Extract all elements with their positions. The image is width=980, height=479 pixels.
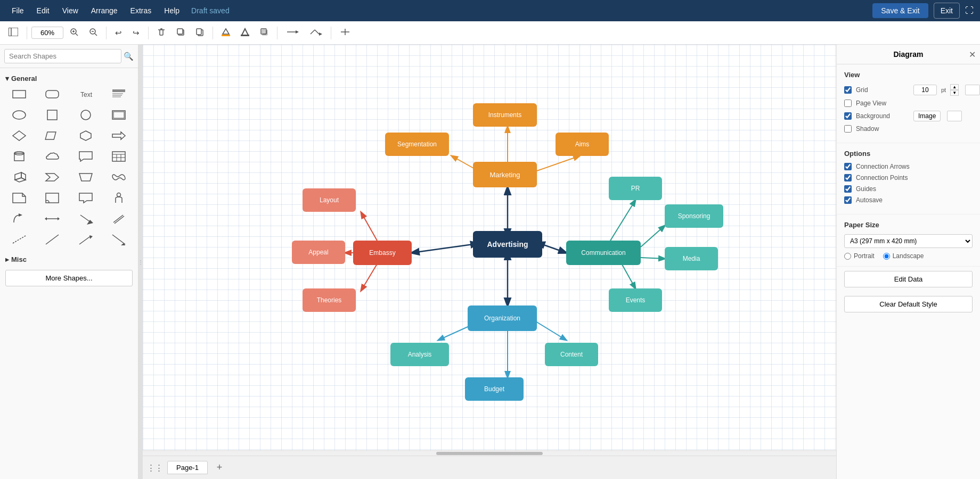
shape-double-arrow[interactable] (37, 209, 69, 228)
grid-checkbox[interactable] (844, 86, 852, 94)
delete-button[interactable] (153, 25, 170, 40)
diagram-node-aims[interactable]: Aims (556, 133, 609, 156)
edit-data-button[interactable]: Edit Data (844, 271, 973, 287)
menu-view[interactable]: View (57, 4, 84, 17)
shape-comment[interactable] (70, 147, 102, 166)
shape-parallelogram[interactable] (37, 126, 69, 145)
shape-cylinder[interactable] (3, 147, 35, 166)
paper-size-select[interactable]: A3 (297 mm x 420 mm) A4 (210 mm x 297 mm… (844, 234, 973, 248)
add-page-button[interactable]: + (212, 460, 227, 475)
shape-line[interactable] (37, 230, 69, 249)
shape-diamond[interactable] (3, 126, 35, 145)
portrait-radio[interactable] (844, 253, 851, 260)
exit-button[interactable]: Exit (934, 3, 960, 19)
diagram-node-marketing[interactable]: Marketing (473, 162, 537, 187)
shape-folded-note[interactable] (37, 188, 69, 208)
grid-value-input[interactable]: 10 (913, 85, 937, 95)
diagram-node-embassy[interactable]: Embassy (353, 241, 412, 265)
shape-diagonal-arrow[interactable] (70, 209, 102, 228)
diagram-node-layout[interactable]: Layout (303, 188, 356, 212)
diagram-node-content[interactable]: Content (545, 343, 598, 366)
shape-circle[interactable] (70, 105, 102, 125)
copy-button[interactable] (172, 25, 189, 40)
stroke-color-button[interactable] (236, 25, 254, 40)
pageview-checkbox[interactable] (844, 100, 852, 107)
shape-speech-bubble[interactable] (70, 188, 102, 208)
menu-edit[interactable]: Edit (31, 4, 55, 17)
shape-ellipse[interactable] (3, 105, 35, 125)
zoom-level[interactable]: 60% (31, 27, 63, 39)
scrollbar-thumb[interactable] (436, 452, 543, 455)
landscape-radio[interactable] (883, 253, 890, 260)
waypoint-button[interactable] (305, 25, 326, 40)
background-image-button[interactable]: Image (913, 111, 941, 121)
grid-spin-up[interactable]: ▲ (950, 84, 959, 90)
shape-arrow-diagonal2[interactable] (103, 230, 135, 249)
diagram-node-theories[interactable]: Theories (303, 288, 356, 312)
diagram-node-appeal[interactable]: Appeal (292, 241, 345, 264)
horizontal-scrollbar[interactable] (143, 450, 836, 456)
connection-button[interactable] (282, 25, 303, 40)
shape-heading[interactable] (103, 85, 135, 104)
shape-arrow[interactable] (103, 126, 135, 145)
landscape-option[interactable]: Landscape (883, 252, 924, 260)
diagram-node-instruments[interactable]: Instruments (473, 103, 537, 127)
diagram-node-sponsoring[interactable]: Sponsoring (665, 204, 723, 228)
guides-checkbox[interactable] (844, 185, 852, 193)
shape-wave[interactable] (103, 168, 135, 187)
canvas[interactable]: AdvertisingMarketingInstrumentsSegmentat… (143, 45, 836, 456)
page-tab[interactable]: Page-1 (167, 461, 208, 474)
background-checkbox[interactable] (844, 112, 852, 120)
shape-chevron[interactable] (37, 168, 69, 187)
shape-dashed-line[interactable] (3, 230, 35, 249)
search-input[interactable] (4, 49, 121, 63)
shape-pencil[interactable] (103, 209, 135, 228)
redo-button[interactable]: ↪ (128, 26, 144, 40)
diagram-node-events[interactable]: Events (609, 288, 662, 312)
diagram-node-segmentation[interactable]: Segmentation (385, 133, 449, 156)
diagram-node-media[interactable]: Media (665, 247, 718, 270)
grid-spin-down[interactable]: ▼ (950, 90, 959, 96)
left-panel-collapse[interactable]: ⋮ (138, 45, 143, 479)
connection-arrows-checkbox[interactable] (844, 163, 852, 170)
shape-double-border[interactable] (103, 105, 135, 125)
clear-default-style-button[interactable]: Clear Default Style (844, 296, 973, 312)
paste-button[interactable] (191, 25, 208, 40)
shape-3dbox[interactable] (3, 168, 35, 187)
connection-points-checkbox[interactable] (844, 174, 852, 181)
diagram-node-analysis[interactable]: Analysis (390, 343, 449, 366)
zoom-out-button[interactable] (85, 25, 102, 40)
shape-arrow-line[interactable] (70, 230, 102, 249)
menu-help[interactable]: Help (159, 4, 185, 17)
shape-hexagon[interactable] (70, 126, 102, 145)
canvas-area[interactable]: AdvertisingMarketingInstrumentsSegmentat… (143, 45, 836, 479)
diagram-node-budget[interactable]: Budget (465, 377, 524, 401)
diagram-node-pr[interactable]: PR (609, 177, 662, 200)
diagram-node-communication[interactable]: Communication (566, 241, 641, 265)
menu-arrange[interactable]: Arrange (86, 4, 123, 17)
more-shapes-button[interactable]: More Shapes... (5, 270, 133, 286)
search-button[interactable]: 🔍 (124, 52, 134, 61)
diagram-node-organization[interactable]: Organization (468, 305, 537, 331)
shape-cloud[interactable] (37, 147, 69, 166)
fullscreen-button[interactable]: ⛶ (965, 6, 974, 15)
undo-button[interactable]: ↩ (111, 26, 126, 40)
fill-color-button[interactable] (217, 25, 234, 40)
insert-button[interactable] (336, 25, 355, 40)
shape-curved-arrow[interactable] (3, 209, 35, 228)
shadow-checkbox[interactable] (844, 125, 852, 133)
menu-extras[interactable]: Extras (125, 4, 157, 17)
background-color-swatch[interactable] (947, 111, 962, 121)
save-exit-button[interactable]: Save & Exit (872, 3, 928, 18)
shape-rounded-rect[interactable] (37, 85, 69, 104)
toggle-sidebar-button[interactable] (4, 25, 22, 40)
right-panel-close-button[interactable]: ✕ (969, 49, 976, 60)
menu-file[interactable]: File (6, 4, 29, 17)
general-section-header[interactable]: ▾ General (3, 71, 135, 85)
shape-person[interactable] (103, 188, 135, 208)
shadow-button[interactable] (256, 25, 273, 40)
shape-trapezoid[interactable] (70, 168, 102, 187)
shape-table[interactable] (103, 147, 135, 166)
grid-color-swatch[interactable] (965, 85, 980, 95)
diagram-node-advertising[interactable]: Advertising (473, 231, 542, 258)
